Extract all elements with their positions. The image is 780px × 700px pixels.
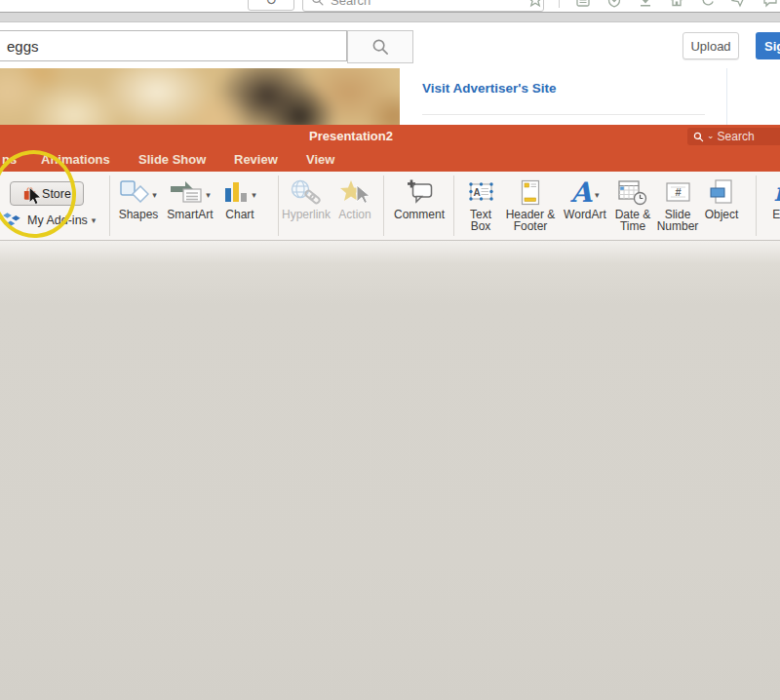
group-separator [756, 175, 757, 236]
caret-down-icon: ▾ [252, 190, 256, 200]
eggs-image-blobs [0, 68, 400, 125]
ad-vertical-border [726, 68, 727, 125]
page-header: Upload Sig [0, 22, 780, 68]
shapes-icon [120, 180, 149, 204]
signup-button[interactable]: Sig [756, 32, 780, 59]
screen: ↻ Search Upload Sig Visit [0, 0, 780, 700]
my-addins-label: My Add-ins [27, 214, 88, 227]
date-time-button[interactable]: Date &Time [610, 176, 655, 232]
search-icon [693, 132, 704, 142]
reload-icon: ↻ [265, 0, 277, 8]
header-footer-label-line2: Footer [514, 219, 548, 233]
reload-button[interactable]: ↻ [248, 0, 294, 11]
header-footer-button[interactable]: Header &Footer [501, 176, 560, 232]
reading-list-icon[interactable] [575, 0, 591, 8]
smartart-icon [170, 180, 203, 204]
tab-view[interactable]: View [306, 148, 334, 172]
search-icon [371, 38, 390, 57]
slide-number-label-line2: Number [657, 219, 699, 233]
chart-icon [223, 180, 249, 204]
eggs-image[interactable] [0, 68, 400, 125]
upload-button[interactable]: Upload [682, 32, 739, 59]
tab-transitions-partial[interactable]: ns [2, 148, 17, 172]
search-icon [311, 0, 325, 7]
chat-icon[interactable] [762, 0, 778, 8]
home-icon[interactable] [669, 0, 684, 8]
svg-text:A: A [473, 187, 480, 198]
slide-area[interactable]: A PUALS wsxdn.com [0, 241, 780, 700]
comment-button[interactable]: Comment [388, 176, 450, 221]
store-button[interactable]: Store [10, 181, 84, 206]
hyperlink-icon [291, 179, 322, 205]
svg-text:#: # [675, 186, 681, 198]
search-input[interactable] [0, 30, 347, 61]
bookmark-star-icon[interactable] [527, 0, 543, 8]
group-separator [383, 175, 384, 236]
search-button[interactable] [347, 30, 413, 63]
tab-animations[interactable]: Animations [41, 148, 110, 172]
date-time-label-line2: Time [620, 219, 645, 233]
equation-button[interactable]: π Equ [759, 176, 780, 221]
header-footer-icon [521, 179, 540, 206]
smartart-label: SmartArt [167, 210, 213, 221]
powerpoint-titlebar: Presentation2 ⌄ Search [0, 125, 780, 148]
smartart-button[interactable]: ▾ SmartArt [160, 176, 220, 221]
action-star-cursor-icon [339, 179, 370, 205]
object-icon [710, 179, 733, 205]
caret-down-icon: ▾ [92, 215, 97, 225]
ribbon-search-box[interactable]: ⌄ Search [687, 128, 780, 145]
browser-chrome-strip [0, 12, 780, 22]
store-label: Store [42, 187, 71, 201]
hyperlink-label: Hyperlink [282, 210, 331, 221]
wordart-label: WordArt [564, 210, 606, 221]
toolbar-separator [559, 0, 560, 8]
visit-advertiser-link[interactable]: Visit Advertiser's Site [422, 81, 557, 96]
group-separator [453, 175, 454, 236]
wordart-button[interactable]: A ▾ WordArt [556, 176, 614, 221]
caret-down-icon: ▾ [152, 190, 157, 200]
addins-blocks-icon [2, 212, 23, 229]
shapes-label: Shapes [119, 210, 159, 221]
browser-search-placeholder: Search [331, 0, 370, 8]
equation-label: Equ [772, 210, 780, 221]
equation-pi-icon: π [773, 177, 780, 207]
text-box-label-line2: Box [471, 219, 491, 233]
slide-number-icon: # [665, 181, 691, 203]
download-icon[interactable] [638, 0, 653, 8]
chart-button[interactable]: ▾ Chart [218, 176, 261, 221]
shapes-button[interactable]: ▾ Shapes [111, 176, 166, 221]
object-button[interactable]: Object [698, 176, 745, 221]
tab-slide-show[interactable]: Slide Show [138, 148, 206, 172]
send-icon[interactable] [731, 0, 747, 8]
comment-icon [407, 179, 433, 205]
slide-number-button[interactable]: # SlideNumber [652, 176, 703, 232]
document-title: Presentation2 [292, 129, 410, 143]
text-box-icon: A [468, 181, 494, 203]
group-separator [109, 175, 110, 236]
chevron-down-icon: ⌄ [707, 131, 715, 140]
browser-toolbar-icons [527, 0, 780, 8]
action-label: Action [338, 210, 370, 221]
mouse-cursor-black [28, 187, 43, 208]
ribbon-tabs: ns Animations Slide Show Review View [0, 148, 780, 172]
caret-down-icon: ▾ [206, 190, 211, 200]
browser-search-field[interactable]: Search [302, 0, 544, 12]
action-button: Action [332, 176, 378, 221]
wordart-icon: A [570, 176, 592, 209]
my-addins-button[interactable]: My Add-ins ▾ [2, 212, 96, 229]
ribbon: Store My Add-ins ▾ ▾ Shapes ▾ SmartArt [0, 172, 780, 241]
caret-down-icon: ▾ [595, 190, 600, 200]
chart-label: Chart [225, 210, 254, 221]
object-label: Object [705, 210, 739, 221]
history-icon[interactable] [700, 0, 716, 8]
ribbon-search-placeholder: Search [718, 130, 755, 143]
comment-label: Comment [394, 210, 445, 221]
hyperlink-button: Hyperlink [279, 176, 333, 221]
text-box-button[interactable]: A TextBox [458, 176, 503, 232]
content-row: Visit Advertiser's Site [0, 68, 780, 125]
shield-icon[interactable] [606, 0, 622, 8]
date-time-icon [618, 179, 647, 206]
ad-divider [422, 114, 705, 115]
browser-toolbar: ↻ Search [0, 0, 780, 12]
tab-review[interactable]: Review [234, 148, 278, 172]
